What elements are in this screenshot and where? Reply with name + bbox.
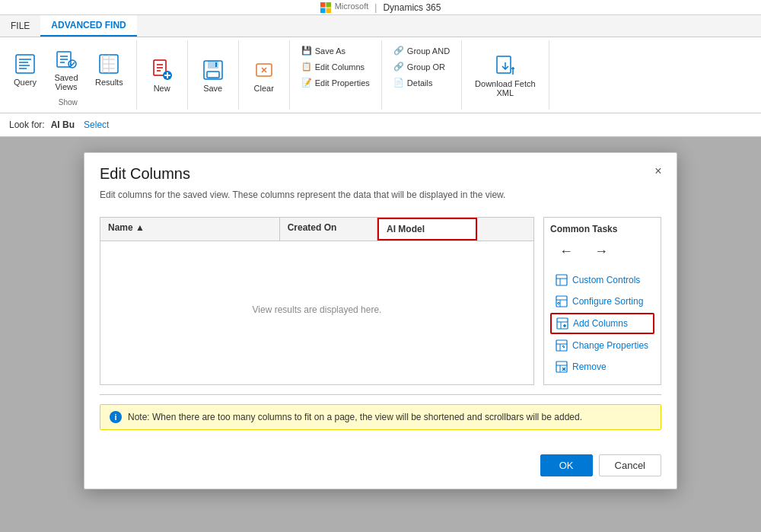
ribbon-download-items: Download Fetch XML bbox=[468, 43, 543, 107]
tab-advanced-find[interactable]: ADVANCED FIND bbox=[40, 15, 136, 37]
columns-table: Name ▲ Created On AI Model View results … bbox=[100, 217, 534, 385]
ribbon-small-btns-container: 💾 Save As 📋 Edit Columns 📝 Edit Properti… bbox=[296, 43, 375, 90]
clear-icon bbox=[252, 58, 276, 82]
ribbon-btn-saved-views[interactable]: Saved Views bbox=[47, 43, 85, 95]
ribbon-group-clear: Clear bbox=[239, 40, 290, 110]
ribbon-new-items: New bbox=[143, 43, 181, 107]
ribbon-group-grouping: 🔗 Group AND 🔗 Group OR 📄 Details bbox=[382, 40, 462, 110]
ribbon-group-show-label: Show bbox=[59, 95, 78, 107]
columns-area: Name ▲ Created On AI Model View results … bbox=[100, 217, 661, 385]
edit-properties-icon: 📝 bbox=[301, 78, 312, 88]
dialog-body: Name ▲ Created On AI Model View results … bbox=[84, 208, 677, 448]
svg-rect-43 bbox=[557, 318, 568, 329]
look-for-bar: Look for: AI Bu Select bbox=[0, 113, 761, 137]
col-header-ai-model[interactable]: AI Model bbox=[377, 218, 477, 241]
remove-icon bbox=[556, 361, 568, 373]
app-name: Dynamics 365 bbox=[383, 2, 441, 13]
remove-label: Remove bbox=[572, 362, 607, 372]
modal-overlay: Edit Columns Edit columns for the saved … bbox=[0, 137, 761, 532]
ribbon-group-show-items: Query Saved Views bbox=[6, 43, 130, 95]
clear-label: Clear bbox=[254, 84, 274, 93]
edit-columns-icon: 📋 bbox=[301, 62, 312, 72]
task-add-columns[interactable]: Add Columns bbox=[550, 313, 654, 334]
change-properties-label: Change Properties bbox=[572, 340, 648, 351]
svg-rect-3 bbox=[326, 8, 331, 13]
new-label: New bbox=[154, 84, 170, 93]
svg-rect-36 bbox=[556, 275, 567, 285]
svg-rect-2 bbox=[320, 8, 326, 13]
ribbon-btn-save-as[interactable]: 💾 Save As bbox=[296, 43, 375, 58]
svg-rect-29 bbox=[207, 72, 219, 78]
download-icon bbox=[493, 53, 517, 78]
ribbon-save-items: Save bbox=[194, 43, 232, 107]
ribbon-clear-items: Clear bbox=[245, 43, 283, 107]
ribbon-btn-download-fetch[interactable]: Download Fetch XML bbox=[468, 49, 543, 101]
select-button[interactable]: Select bbox=[81, 118, 112, 132]
new-icon bbox=[150, 58, 174, 82]
dialog-close-button[interactable]: × bbox=[649, 162, 667, 180]
divider-line bbox=[100, 394, 661, 395]
saved-views-icon bbox=[54, 47, 78, 72]
ribbon-grouping-btns: 🔗 Group AND 🔗 Group OR 📄 Details bbox=[388, 43, 455, 90]
saved-views-label: Saved Views bbox=[54, 73, 78, 91]
col-header-name: Name ▲ bbox=[100, 218, 280, 241]
tab-file[interactable]: FILE bbox=[0, 15, 40, 37]
edit-properties-label: Edit Properties bbox=[315, 78, 370, 88]
query-icon bbox=[13, 52, 37, 76]
ribbon-body: Query Saved Views bbox=[0, 37, 761, 113]
details-icon: 📄 bbox=[393, 78, 404, 88]
task-change-properties[interactable]: Change Properties bbox=[550, 336, 654, 355]
title-separator: | bbox=[374, 2, 377, 13]
columns-body: View results are displayed here. bbox=[100, 241, 533, 378]
group-and-label: Group AND bbox=[407, 46, 450, 56]
nav-arrows: ← → bbox=[550, 242, 654, 261]
configure-sorting-label: Configure Sorting bbox=[572, 296, 643, 307]
svg-rect-32 bbox=[497, 56, 511, 73]
ribbon-btn-new[interactable]: New bbox=[143, 54, 181, 97]
nav-arrow-left[interactable]: ← bbox=[556, 242, 576, 261]
ribbon-btn-results[interactable]: Results bbox=[88, 48, 130, 91]
edit-columns-dialog: Edit Columns Edit columns for the saved … bbox=[84, 152, 677, 489]
svg-rect-4 bbox=[16, 55, 34, 73]
dialog-footer: OK Cancel bbox=[84, 448, 677, 489]
note-text: Note: When there are too many columns to… bbox=[128, 412, 582, 422]
ribbon-btn-details[interactable]: 📄 Details bbox=[388, 75, 455, 90]
cancel-button[interactable]: Cancel bbox=[599, 454, 661, 476]
ribbon-btn-group-and[interactable]: 🔗 Group AND bbox=[388, 43, 455, 58]
ribbon-group-download: Download Fetch XML bbox=[462, 40, 549, 110]
col-header-spacer bbox=[477, 218, 533, 241]
note-bar: i Note: When there are too many columns … bbox=[100, 404, 661, 430]
nav-arrow-right[interactable]: → bbox=[591, 242, 611, 261]
download-fetch-label: Download Fetch XML bbox=[475, 79, 536, 97]
ribbon-group-show: Query Saved Views bbox=[0, 40, 137, 110]
ribbon-group-new: New bbox=[137, 40, 188, 110]
task-custom-controls[interactable]: Custom Controls bbox=[550, 270, 654, 290]
look-for-value: AI Bu bbox=[51, 119, 75, 130]
ok-button[interactable]: OK bbox=[540, 454, 593, 476]
ribbon-btn-clear[interactable]: Clear bbox=[245, 54, 283, 97]
add-columns-label: Add Columns bbox=[573, 318, 628, 329]
main-area: Edit Columns Edit columns for the saved … bbox=[0, 137, 761, 532]
dialog-subtitle: Edit columns for the saved view. These c… bbox=[100, 189, 661, 202]
task-remove[interactable]: Remove bbox=[550, 357, 654, 377]
details-label: Details bbox=[407, 78, 433, 88]
ribbon-btn-query[interactable]: Query bbox=[6, 48, 44, 91]
save-icon bbox=[201, 58, 225, 82]
ribbon-btn-edit-properties[interactable]: 📝 Edit Properties bbox=[296, 75, 375, 90]
ribbon: FILE ADVANCED FIND Query bbox=[0, 15, 761, 113]
ribbon-btn-edit-columns[interactable]: 📋 Edit Columns bbox=[296, 59, 375, 74]
ribbon-group-small-btns: 💾 Save As 📋 Edit Columns 📝 Edit Properti… bbox=[290, 40, 382, 110]
ribbon-btn-group-or[interactable]: 🔗 Group OR bbox=[388, 59, 455, 74]
common-tasks-panel: Common Tasks ← → bbox=[543, 217, 661, 385]
columns-empty-text: View results are displayed here. bbox=[253, 304, 382, 315]
save-as-icon: 💾 bbox=[301, 46, 312, 56]
group-or-label: Group OR bbox=[407, 62, 445, 72]
svg-rect-48 bbox=[556, 340, 567, 351]
note-icon: i bbox=[110, 411, 122, 423]
custom-controls-label: Custom Controls bbox=[572, 275, 640, 285]
task-configure-sorting[interactable]: Configure Sorting bbox=[550, 291, 654, 311]
svg-rect-1 bbox=[326, 2, 331, 8]
ribbon-btn-save[interactable]: Save bbox=[194, 54, 232, 97]
save-as-label: Save As bbox=[315, 46, 345, 56]
configure-sorting-icon bbox=[556, 295, 568, 307]
